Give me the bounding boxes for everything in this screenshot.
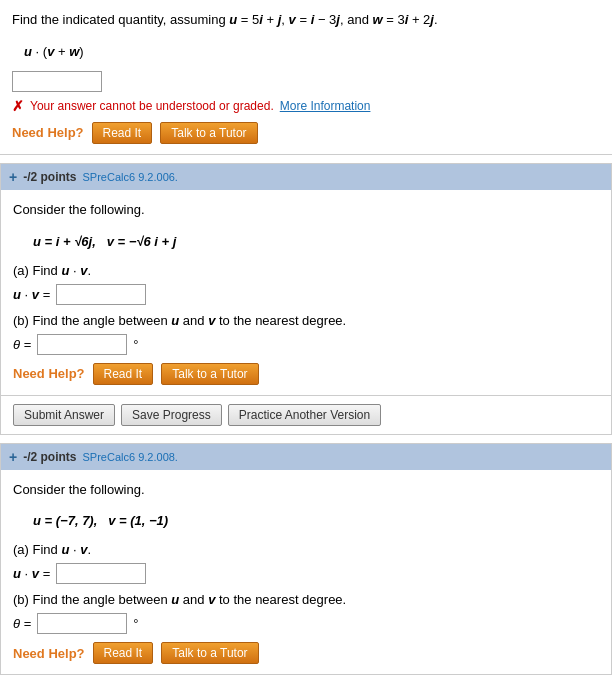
problem2-id: SPreCalc6 9.2.008.: [83, 451, 178, 463]
expand-icon-p2[interactable]: +: [9, 449, 17, 465]
problem1-degree-sym: °: [133, 337, 138, 352]
problem2-header: + -/2 points SPreCalc6 9.2.008.: [1, 444, 611, 470]
need-help-bar-top: Need Help? Read It Talk to a Tutor: [12, 122, 600, 144]
problem2-body: Consider the following. u = (−7, 7), v =…: [1, 470, 611, 675]
save-progress-button[interactable]: Save Progress: [121, 404, 222, 426]
tutor-button-p1[interactable]: Talk to a Tutor: [161, 363, 258, 385]
math-v: v = i − 3j: [289, 12, 340, 27]
problem2-theta-label: θ =: [13, 616, 31, 631]
tutor-button-p2[interactable]: Talk to a Tutor: [161, 642, 258, 664]
problem1-part-a: (a) Find u · v.: [13, 263, 599, 278]
problem2-section: + -/2 points SPreCalc6 9.2.008. Consider…: [0, 443, 612, 676]
problem2-points: -/2 points: [23, 450, 76, 464]
problem2-part-b: (b) Find the angle between u and v to th…: [13, 592, 599, 607]
problem1-theta-label: θ =: [13, 337, 31, 352]
problem2-theta-row: θ = °: [13, 613, 599, 634]
problem1-theta-input[interactable]: [37, 334, 127, 355]
problem1-intro: Consider the following.: [13, 200, 599, 221]
expand-icon-p1[interactable]: +: [9, 169, 17, 185]
need-help-label-p1: Need Help?: [13, 366, 85, 381]
problem2-part-a: (a) Find u · v.: [13, 542, 599, 557]
math-w: w = 3i + 2j: [372, 12, 433, 27]
problem1-part-b: (b) Find the angle between u and v to th…: [13, 313, 599, 328]
read-it-button-p2[interactable]: Read It: [93, 642, 154, 664]
need-help-label-top: Need Help?: [12, 125, 84, 140]
problem1-header: + -/2 points SPreCalc6 9.2.006.: [1, 164, 611, 190]
more-info-link[interactable]: More Information: [280, 99, 371, 113]
read-it-button-p1[interactable]: Read It: [93, 363, 154, 385]
problem1-points: -/2 points: [23, 170, 76, 184]
answer-input-row: [12, 71, 600, 92]
problem2-intro: Consider the following.: [13, 480, 599, 501]
expression-line: u · (v + w): [24, 39, 600, 65]
problem2-degree-sym: °: [133, 616, 138, 631]
problem2-dot-product-row: u · v =: [13, 563, 599, 584]
problem2-theta-input[interactable]: [37, 613, 127, 634]
top-answer-input[interactable]: [12, 71, 102, 92]
problem1-dot-product-row: u · v =: [13, 284, 599, 305]
problem2-vectors: u = (−7, 7), v = (1, −1): [33, 508, 599, 534]
problem1-body: Consider the following. u = i + √6j, v =…: [1, 190, 611, 395]
need-help-bar-p2: Need Help? Read It Talk to a Tutor: [13, 642, 599, 664]
problem-intro-text: Find the indicated quantity, assuming u …: [12, 10, 600, 31]
problem1-dot-input[interactable]: [56, 284, 146, 305]
problem1-section: + -/2 points SPreCalc6 9.2.006. Consider…: [0, 163, 612, 435]
action-bar: Submit Answer Save Progress Practice Ano…: [1, 395, 611, 434]
error-line: ✗ Your answer cannot be understood or gr…: [12, 98, 600, 114]
problem2-dot-label: u · v =: [13, 566, 50, 581]
submit-button[interactable]: Submit Answer: [13, 404, 115, 426]
problem1-theta-row: θ = °: [13, 334, 599, 355]
tutor-button-top[interactable]: Talk to a Tutor: [160, 122, 257, 144]
need-help-label-p2: Need Help?: [13, 646, 85, 661]
problem1-dot-label: u · v =: [13, 287, 50, 302]
top-problem-section: Find the indicated quantity, assuming u …: [0, 0, 612, 155]
practice-another-button[interactable]: Practice Another Version: [228, 404, 381, 426]
math-u: u = 5i + j: [229, 12, 281, 27]
read-it-button-top[interactable]: Read It: [92, 122, 153, 144]
problem2-dot-input[interactable]: [56, 563, 146, 584]
error-icon: ✗: [12, 98, 24, 114]
need-help-bar-p1: Need Help? Read It Talk to a Tutor: [13, 363, 599, 385]
error-message: Your answer cannot be understood or grad…: [30, 99, 274, 113]
problem1-id: SPreCalc6 9.2.006.: [83, 171, 178, 183]
problem1-vectors: u = i + √6j, v = −√6 i + j: [33, 229, 599, 255]
